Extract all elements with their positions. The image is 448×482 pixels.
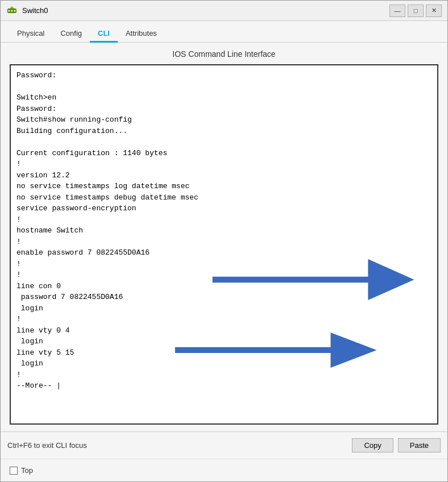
top-label: Top [21,466,33,475]
tab-cli[interactable]: CLI [90,26,118,43]
tab-physical[interactable]: Physical [9,26,52,43]
svg-point-2 [9,10,10,11]
top-checkbox[interactable] [10,467,18,475]
footer-bar: Top [1,459,447,481]
main-window: Switch0 — □ ✕ Physical Config CLI Attrib… [0,0,448,482]
tab-attributes[interactable]: Attributes [118,26,165,43]
maximize-button[interactable]: □ [408,5,424,17]
content-area: IOS Command Line Interface Password: Swi… [1,43,447,431]
tab-config[interactable]: Config [52,26,90,43]
copy-button[interactable]: Copy [352,438,393,452]
window-controls: — □ ✕ [389,5,442,17]
window-title: Switch0 [22,6,48,15]
section-title: IOS Command Line Interface [10,49,438,59]
close-button[interactable]: ✕ [426,5,442,17]
top-checkbox-area: Top [10,466,33,475]
svg-point-3 [11,10,13,11]
svg-marker-1 [10,6,14,9]
svg-point-4 [14,10,16,11]
title-bar: Switch0 — □ ✕ [1,1,447,21]
paste-button[interactable]: Paste [398,438,441,452]
app-icon [6,5,18,16]
minimize-button[interactable]: — [389,5,405,17]
terminal-wrapper[interactable]: Password: Switch>en Password: Switch#sho… [10,64,438,425]
bottom-bar: Ctrl+F6 to exit CLI focus Copy Paste [1,431,447,459]
action-buttons: Copy Paste [352,438,441,452]
title-bar-left: Switch0 [6,5,48,16]
tab-bar: Physical Config CLI Attributes [1,21,447,43]
terminal-content[interactable]: Password: Switch>en Password: Switch#sho… [11,65,437,423]
cli-hint-text: Ctrl+F6 to exit CLI focus [7,441,87,450]
